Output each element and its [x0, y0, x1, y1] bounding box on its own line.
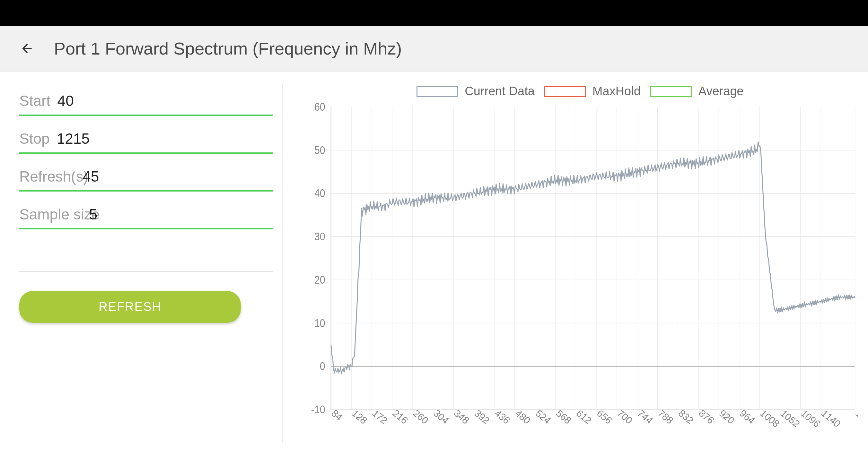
svg-text:480: 480	[514, 407, 531, 426]
svg-text:1052: 1052	[779, 407, 801, 430]
svg-text:1008: 1008	[758, 407, 781, 430]
page-header: Port 1 Forward Spectrum (Frequency in Mh…	[0, 26, 868, 71]
svg-text:40: 40	[314, 187, 325, 200]
stop-input[interactable]	[57, 130, 273, 147]
svg-text:1140: 1140	[820, 407, 842, 430]
svg-text:700: 700	[616, 407, 633, 426]
svg-text:920: 920	[718, 407, 736, 426]
svg-text:-10: -10	[311, 403, 325, 416]
svg-text:304: 304	[432, 407, 450, 426]
controls-panel: Start Stop Refresh(s) Sample size REFRES…	[19, 85, 283, 443]
svg-text:788: 788	[656, 407, 674, 426]
main-content: Start Stop Refresh(s) Sample size REFRES…	[0, 71, 868, 462]
legend-label-current-data: Current Data	[465, 85, 535, 98]
arrow-left-icon	[20, 41, 34, 56]
sample-size-field[interactable]: Sample size	[19, 198, 273, 229]
svg-text:656: 656	[595, 407, 613, 426]
stop-label: Stop	[19, 130, 45, 147]
chart-wrap: -100102030405060841281722162603043483924…	[302, 103, 858, 443]
svg-text:964: 964	[738, 407, 756, 426]
svg-text:392: 392	[473, 407, 491, 426]
svg-text:60: 60	[314, 103, 325, 113]
svg-text:50: 50	[314, 144, 325, 156]
refresh-button[interactable]: REFRESH	[19, 291, 241, 323]
svg-text:568: 568	[555, 407, 572, 426]
system-topbar	[0, 0, 868, 26]
start-input[interactable]	[58, 92, 273, 109]
controls-divider	[19, 271, 273, 272]
svg-text:30: 30	[314, 230, 325, 242]
refresh-s-input[interactable]	[83, 168, 273, 185]
svg-text:524: 524	[534, 407, 552, 426]
svg-text:260: 260	[411, 407, 430, 426]
legend-item-current-data: Current Data	[416, 85, 535, 98]
legend-swatch-average	[650, 86, 692, 97]
refresh-s-field[interactable]: Refresh(s)	[19, 160, 273, 192]
svg-text:876: 876	[697, 407, 715, 426]
legend: Current Data MaxHold Average	[302, 85, 858, 98]
svg-text:612: 612	[575, 407, 593, 426]
svg-text:172: 172	[371, 407, 389, 426]
svg-text:348: 348	[453, 407, 470, 426]
svg-text:1214: 1214	[854, 407, 858, 430]
svg-text:1096: 1096	[799, 407, 822, 430]
refresh-s-label: Refresh(s)	[19, 168, 71, 185]
sample-size-label: Sample size	[19, 206, 78, 223]
spectrum-chart: -100102030405060841281722162603043483924…	[302, 103, 858, 443]
svg-text:744: 744	[636, 407, 654, 426]
back-button[interactable]	[19, 41, 35, 56]
svg-text:436: 436	[493, 407, 511, 426]
legend-swatch-current-data	[416, 86, 458, 97]
stop-field[interactable]: Stop	[19, 122, 273, 154]
chart-area: Current Data MaxHold Average -1001020304…	[296, 85, 858, 443]
svg-text:832: 832	[677, 407, 695, 426]
svg-text:20: 20	[314, 274, 325, 286]
start-label: Start	[19, 92, 46, 109]
legend-swatch-maxhold	[544, 86, 586, 97]
svg-text:216: 216	[391, 407, 409, 426]
svg-text:128: 128	[350, 407, 368, 426]
legend-item-maxhold: MaxHold	[544, 85, 641, 98]
svg-text:0: 0	[320, 360, 325, 372]
legend-label-maxhold: MaxHold	[592, 85, 641, 98]
legend-label-average: Average	[699, 85, 744, 98]
start-field[interactable]: Start	[19, 85, 273, 116]
legend-item-average: Average	[650, 85, 744, 98]
page-title: Port 1 Forward Spectrum (Frequency in Mh…	[54, 38, 402, 58]
sample-size-input[interactable]	[89, 206, 273, 223]
svg-text:10: 10	[314, 317, 325, 329]
